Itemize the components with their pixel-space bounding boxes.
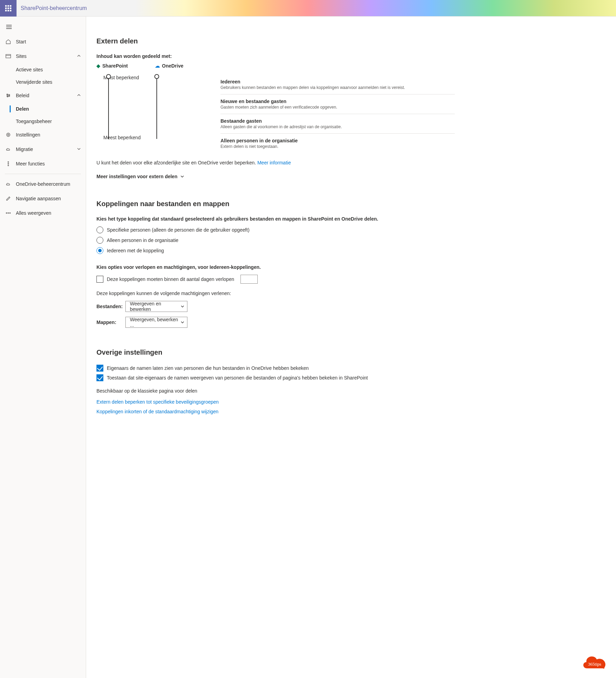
svg-point-21 [8,134,9,135]
waffle-icon [5,5,11,11]
level-row: Iedereen Gebruikers kunnen bestanden en … [220,75,455,94]
folders-permission-row: Mappen: Weergeven, bewerken ... [96,317,455,328]
nav-label: Instellingen [16,132,40,138]
checkbox-expire-days[interactable]: Deze koppelingen moeten binnen dit aanta… [96,275,455,284]
svg-point-25 [6,213,7,214]
radio-icon [96,247,103,254]
chevron-up-icon [77,53,81,59]
chevron-down-icon [180,174,184,179]
extern-lead: Inhoud kan worden gedeeld met: [96,53,455,59]
app-title: SharePoint-beheercentrum [17,5,87,11]
level-descriptions: Iedereen Gebruikers kunnen bestanden en … [220,75,455,153]
sharing-level-sliders: Minst beperkend Meest beperkend Iedereen… [96,75,455,153]
nav-migratie[interactable]: Migratie [0,142,86,156]
svg-rect-3 [5,7,7,9]
checkbox-icon [96,276,103,283]
dots-vertical-icon [5,160,12,167]
nav-label: Alles weergeven [16,210,51,216]
hamburger-icon [6,24,12,30]
svg-point-22 [8,162,9,163]
sharepoint-icon: ◆ [96,63,100,69]
gear-icon [5,131,12,138]
files-permission-select[interactable]: Weergeven en bewerken [125,301,187,312]
svg-point-26 [8,213,9,214]
folders-label: Mappen: [96,320,121,325]
svg-rect-12 [6,54,11,58]
nav-label: Sites [16,53,27,59]
svg-rect-6 [5,10,7,11]
svg-point-23 [8,163,9,164]
nav-onedrive-admin[interactable]: OneDrive-beheercentrum [0,177,86,191]
more-info-link[interactable]: Meer informatie [257,160,291,165]
app-launcher-button[interactable] [0,0,17,17]
nav-beleid[interactable]: Beleid [0,88,86,103]
main-content: Extern delen Inhoud kan worden gedeeld m… [86,17,465,678]
nav-instellingen[interactable]: Instellingen [0,128,86,142]
checkbox-icon [96,365,103,372]
slider-thumb[interactable] [106,74,111,79]
section-overige: Overige instellingen [96,348,455,356]
radio-icon [96,226,103,233]
radio-specific-people[interactable]: Specifieke personen (alleen de personen … [96,226,455,233]
cloud-icon [5,146,12,153]
level-row: Nieuwe en bestaande gasten Gasten moeten… [220,94,455,114]
svg-rect-1 [8,5,9,7]
nav-label: Beleid [16,93,29,98]
section-koppelingen: Koppelingen naar bestanden en mappen [96,200,455,208]
slider-thumb[interactable] [154,74,159,79]
helper-text: U kunt het delen voor elke afzonderlijke… [96,160,455,165]
radio-org-only[interactable]: Alleen personen in de organisatie [96,237,455,244]
svg-rect-5 [10,7,12,9]
nav-label: Migratie [16,146,33,152]
perm-text: Deze koppelingen kunnen de volgende mach… [96,291,455,296]
edit-icon [5,195,12,202]
365tips-badge[interactable]: 365tips [579,651,610,672]
nav-show-all[interactable]: Alles weergeven [0,206,86,220]
nav-label: OneDrive-beheercentrum [16,181,70,187]
sharepoint-slider[interactable] [108,77,109,139]
svg-rect-4 [8,7,9,9]
svg-rect-0 [5,5,7,7]
nav-sites[interactable]: Sites [0,49,86,63]
nav-start[interactable]: Start [0,34,86,49]
collapse-nav-button[interactable] [0,19,86,34]
nav-label: Navigatie aanpassen [16,196,61,201]
chevron-down-icon [181,320,184,324]
nav-active-sites[interactable]: Actieve sites [0,63,86,76]
classic-page-label: Beschikbaar op de klassieke pagina voor … [96,388,455,394]
nav-meer-functies[interactable]: Meer functies [0,156,86,171]
folders-permission-select[interactable]: Weergeven, bewerken ... [125,317,187,328]
radio-anyone[interactable]: Iedereen met de koppeling [96,247,455,254]
svg-text:365tips: 365tips [588,661,601,667]
onedrive-slider[interactable] [156,77,157,139]
link-shorten-links[interactable]: Koppelingen inkorten of de standaardmach… [96,409,455,414]
policy-icon [5,92,12,99]
days-input[interactable] [240,275,258,284]
section-extern-delen: Extern delen [96,37,455,45]
checkbox-owners-see-viewers-onedrive[interactable]: Eigenaars de namen laten zien van person… [96,365,455,372]
level-row: Bestaande gasten Alleen gasten die al vo… [220,114,455,134]
top-header: SharePoint-beheercentrum [0,0,616,17]
nav-deleted-sites[interactable]: Verwijderde sites [0,76,86,88]
chevron-down-icon [77,146,81,152]
expire-lead: Kies opties voor verlopen en machtiginge… [96,264,455,270]
nav-delen[interactable]: Delen [0,103,86,115]
link-restrict-sharing-groups[interactable]: Extern delen beperken tot specifieke bev… [96,399,455,405]
svg-rect-2 [10,5,12,7]
files-permission-row: Bestanden: Weergeven en bewerken [96,301,455,312]
files-label: Bestanden: [96,304,121,309]
level-row: Alleen personen in de organisatie Extern… [220,134,455,153]
chevron-up-icon [77,93,81,98]
link-type-lead: Kies het type koppeling dat standaard ge… [96,216,455,222]
slider-range-labels: Minst beperkend Meest beperkend [103,75,145,140]
svg-rect-8 [10,10,12,11]
sites-icon [5,53,12,60]
nav-label: Start [16,39,26,44]
onedrive-icon: ☁ [155,63,160,69]
checkbox-siteowners-see-viewers-sharepoint[interactable]: Toestaan dat site-eigenaars de namen wee… [96,374,455,381]
nav-toegangsbeheer[interactable]: Toegangsbeheer [0,115,86,128]
more-external-settings-expander[interactable]: Meer instellingen voor extern delen [96,174,455,179]
nav-label: Meer functies [16,161,45,166]
nav-customize[interactable]: Navigatie aanpassen [0,191,86,206]
sharepoint-column: ◆ SharePoint [96,63,155,69]
